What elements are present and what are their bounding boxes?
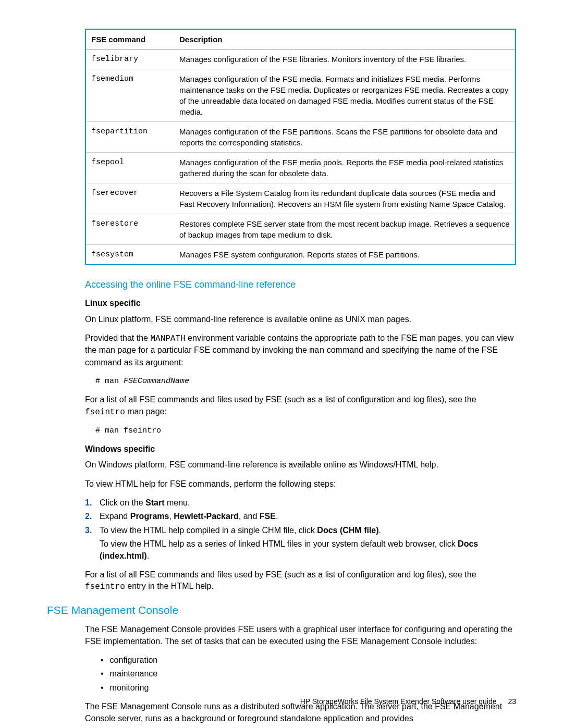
paragraph: The FSE Management Console provides FSE …: [85, 624, 516, 647]
table-cell-cmd: fserecover: [85, 183, 174, 214]
table-cell-desc: Manages configuration of the FSE media p…: [174, 153, 516, 183]
paragraph: On Windows platform, FSE command-line re…: [85, 459, 516, 471]
paragraph: On Linux platform, FSE command-line refe…: [85, 314, 516, 325]
list-item: maintenance: [101, 668, 516, 680]
list-item: configuration: [101, 655, 516, 666]
list-item: 1. Click on the Start menu.: [85, 497, 516, 509]
footer-text: HP StorageWorks File System Extender Sof…: [300, 697, 497, 706]
steps-list: 1. Click on the Start menu. 2. Expand Pr…: [85, 497, 516, 562]
table-cell-desc: Manages configuration of the FSE media. …: [174, 69, 516, 122]
table-cell-desc: Restores complete FSE server state from …: [174, 214, 516, 245]
subhead-linux: Linux specific: [85, 298, 516, 309]
table-cell-cmd: fsepool: [85, 153, 174, 183]
paragraph: For a list of all FSE commands and files…: [85, 569, 516, 593]
table-cell-cmd: fserestore: [85, 214, 174, 245]
paragraph: Provided that the MANPATH environment va…: [85, 332, 516, 368]
list-item: 2. Expand Programs, Hewlett-Packard, and…: [85, 511, 516, 522]
table-cell-desc: Manages configuration of the FSE librari…: [174, 50, 516, 69]
table-cell-cmd: fsepartition: [85, 122, 174, 153]
paragraph: For a list of all FSE commands and files…: [85, 394, 516, 418]
table-row: fserecoverRecovers a File System Catalog…: [85, 183, 516, 214]
list-item: 3. To view the HTML help compiled in a s…: [85, 525, 516, 562]
code-block: # man fseintro: [95, 425, 516, 436]
table-row: fsepoolManages configuration of the FSE …: [85, 153, 516, 183]
table-cell-desc: Manages configuration of the FSE partiti…: [174, 122, 516, 153]
bullet-list: configurationmaintenancemonitoring: [101, 655, 516, 694]
table-cell-desc: Manages FSE system configuration. Report…: [174, 245, 516, 265]
table-row: fsemediumManages configuration of the FS…: [85, 69, 516, 122]
page-number: 23: [508, 697, 516, 706]
table-cell-desc: Recovers a File System Catalog from its …: [174, 183, 516, 214]
table-row: fselibraryManages configuration of the F…: [85, 50, 516, 69]
subhead-windows: Windows specific: [85, 443, 516, 455]
list-item: monitoring: [101, 682, 516, 694]
table-header-cmd: FSE command: [85, 29, 174, 50]
paragraph: To view HTML help for FSE commands, perf…: [85, 478, 516, 490]
section-heading-mgmt-console: FSE Management Console: [47, 602, 516, 618]
table-cell-cmd: fselibrary: [85, 50, 174, 69]
table-cell-cmd: fsesystem: [85, 245, 174, 265]
section-heading-online-ref: Accessing the online FSE command-line re…: [85, 278, 516, 291]
table-header-desc: Description: [174, 29, 516, 50]
page-footer: HP StorageWorks File System Extender Sof…: [300, 697, 516, 707]
table-row: fserestoreRestores complete FSE server s…: [85, 214, 516, 245]
table-cell-cmd: fsemedium: [85, 69, 174, 122]
table-row: fsepartitionManages configuration of the…: [85, 122, 516, 153]
code-block: # man FSECommandName: [95, 376, 516, 387]
fse-command-table: FSE command Description fselibraryManage…: [85, 29, 516, 265]
table-row: fsesystemManages FSE system configuratio…: [85, 245, 516, 265]
